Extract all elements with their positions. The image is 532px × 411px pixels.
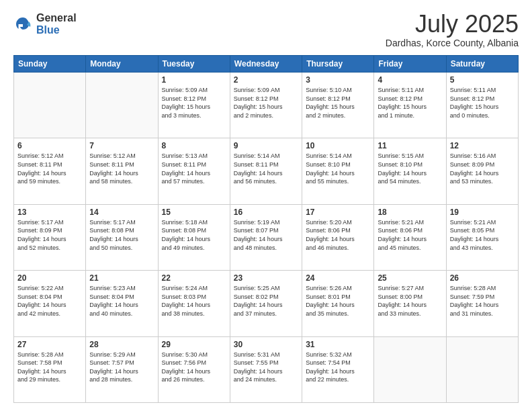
day-number: 19	[450, 208, 515, 217]
calendar-cell: 14Sunrise: 5:17 AM Sunset: 8:08 PM Dayli…	[86, 204, 158, 270]
day-info: Sunrise: 5:31 AM Sunset: 7:55 PM Dayligh…	[234, 351, 298, 384]
day-info: Sunrise: 5:20 AM Sunset: 8:06 PM Dayligh…	[306, 218, 370, 252]
header-row: Sunday Monday Tuesday Wednesday Thursday…	[14, 56, 519, 73]
title-block: July 2025 Dardhas, Korce County, Albania	[386, 12, 519, 48]
day-number: 30	[234, 340, 298, 349]
main-title: July 2025	[386, 12, 519, 36]
day-info: Sunrise: 5:12 AM Sunset: 8:11 PM Dayligh…	[89, 152, 154, 185]
day-info: Sunrise: 5:28 AM Sunset: 7:58 PM Dayligh…	[17, 351, 82, 384]
day-info: Sunrise: 5:14 AM Sunset: 8:10 PM Dayligh…	[306, 152, 370, 185]
day-info: Sunrise: 5:19 AM Sunset: 8:07 PM Dayligh…	[234, 218, 298, 252]
calendar-cell: 30Sunrise: 5:31 AM Sunset: 7:55 PM Dayli…	[230, 336, 302, 402]
day-info: Sunrise: 5:09 AM Sunset: 8:12 PM Dayligh…	[162, 86, 226, 120]
logo-icon	[13, 15, 32, 34]
calendar-cell: 13Sunrise: 5:17 AM Sunset: 8:09 PM Dayli…	[14, 204, 86, 270]
day-info: Sunrise: 5:09 AM Sunset: 8:12 PM Dayligh…	[234, 86, 298, 120]
day-number: 8	[162, 141, 226, 150]
day-number: 4	[378, 75, 442, 85]
day-info: Sunrise: 5:16 AM Sunset: 8:09 PM Dayligh…	[450, 152, 515, 185]
calendar-cell: 7Sunrise: 5:12 AM Sunset: 8:11 PM Daylig…	[86, 138, 158, 204]
calendar-cell: 6Sunrise: 5:12 AM Sunset: 8:11 PM Daylig…	[14, 138, 86, 204]
col-saturday: Saturday	[446, 56, 518, 73]
day-number: 21	[89, 273, 154, 283]
calendar-cell: 19Sunrise: 5:21 AM Sunset: 8:05 PM Dayli…	[446, 204, 518, 270]
day-number: 15	[162, 208, 226, 217]
day-number: 3	[306, 75, 370, 85]
calendar-cell	[446, 336, 518, 402]
day-number: 18	[378, 208, 442, 217]
day-number: 28	[89, 340, 154, 349]
calendar-cell: 2Sunrise: 5:09 AM Sunset: 8:12 PM Daylig…	[230, 73, 302, 138]
day-info: Sunrise: 5:17 AM Sunset: 8:08 PM Dayligh…	[89, 218, 154, 252]
calendar-cell: 20Sunrise: 5:22 AM Sunset: 8:04 PM Dayli…	[14, 271, 86, 336]
day-info: Sunrise: 5:22 AM Sunset: 8:04 PM Dayligh…	[17, 284, 82, 318]
day-info: Sunrise: 5:27 AM Sunset: 8:00 PM Dayligh…	[378, 284, 442, 318]
calendar-cell: 18Sunrise: 5:21 AM Sunset: 8:06 PM Dayli…	[374, 204, 446, 270]
day-number: 11	[378, 141, 442, 150]
day-info: Sunrise: 5:12 AM Sunset: 8:11 PM Dayligh…	[17, 152, 82, 185]
calendar-cell	[14, 73, 86, 138]
day-number: 12	[450, 141, 515, 150]
calendar-cell: 26Sunrise: 5:28 AM Sunset: 7:59 PM Dayli…	[446, 271, 518, 336]
calendar-cell: 21Sunrise: 5:23 AM Sunset: 8:04 PM Dayli…	[86, 271, 158, 336]
calendar-cell: 3Sunrise: 5:10 AM Sunset: 8:12 PM Daylig…	[302, 73, 374, 138]
day-info: Sunrise: 5:21 AM Sunset: 8:06 PM Dayligh…	[378, 218, 442, 252]
col-tuesday: Tuesday	[158, 56, 230, 73]
day-info: Sunrise: 5:28 AM Sunset: 7:59 PM Dayligh…	[450, 284, 515, 318]
day-number: 29	[162, 340, 226, 349]
day-number: 13	[17, 208, 82, 217]
col-thursday: Thursday	[302, 56, 374, 73]
calendar-cell: 22Sunrise: 5:24 AM Sunset: 8:03 PM Dayli…	[158, 271, 230, 336]
calendar-week-2: 6Sunrise: 5:12 AM Sunset: 8:11 PM Daylig…	[14, 138, 519, 204]
day-info: Sunrise: 5:24 AM Sunset: 8:03 PM Dayligh…	[162, 284, 226, 318]
day-number: 6	[17, 141, 82, 150]
day-info: Sunrise: 5:15 AM Sunset: 8:10 PM Dayligh…	[378, 152, 442, 185]
calendar-cell: 15Sunrise: 5:18 AM Sunset: 8:08 PM Dayli…	[158, 204, 230, 270]
calendar-cell: 24Sunrise: 5:26 AM Sunset: 8:01 PM Dayli…	[302, 271, 374, 336]
calendar: Sunday Monday Tuesday Wednesday Thursday…	[13, 55, 519, 403]
day-number: 24	[306, 273, 370, 283]
calendar-cell: 4Sunrise: 5:11 AM Sunset: 8:12 PM Daylig…	[374, 73, 446, 138]
calendar-cell: 23Sunrise: 5:25 AM Sunset: 8:02 PM Dayli…	[230, 271, 302, 336]
day-info: Sunrise: 5:26 AM Sunset: 8:01 PM Dayligh…	[306, 284, 370, 318]
day-info: Sunrise: 5:29 AM Sunset: 7:57 PM Dayligh…	[89, 351, 154, 384]
calendar-week-3: 13Sunrise: 5:17 AM Sunset: 8:09 PM Dayli…	[14, 204, 519, 270]
day-info: Sunrise: 5:32 AM Sunset: 7:54 PM Dayligh…	[306, 351, 370, 384]
calendar-cell: 25Sunrise: 5:27 AM Sunset: 8:00 PM Dayli…	[374, 271, 446, 336]
day-info: Sunrise: 5:25 AM Sunset: 8:02 PM Dayligh…	[234, 284, 298, 318]
page: General Blue July 2025 Dardhas, Korce Co…	[0, 0, 532, 411]
calendar-cell	[86, 73, 158, 138]
day-number: 14	[89, 208, 154, 217]
day-info: Sunrise: 5:11 AM Sunset: 8:12 PM Dayligh…	[450, 86, 515, 120]
calendar-cell: 31Sunrise: 5:32 AM Sunset: 7:54 PM Dayli…	[302, 336, 374, 402]
day-number: 1	[162, 75, 226, 85]
calendar-cell: 1Sunrise: 5:09 AM Sunset: 8:12 PM Daylig…	[158, 73, 230, 138]
calendar-week-4: 20Sunrise: 5:22 AM Sunset: 8:04 PM Dayli…	[14, 271, 519, 336]
calendar-cell: 11Sunrise: 5:15 AM Sunset: 8:10 PM Dayli…	[374, 138, 446, 204]
day-number: 26	[450, 273, 515, 283]
col-wednesday: Wednesday	[230, 56, 302, 73]
day-info: Sunrise: 5:23 AM Sunset: 8:04 PM Dayligh…	[89, 284, 154, 318]
col-friday: Friday	[374, 56, 446, 73]
day-info: Sunrise: 5:13 AM Sunset: 8:11 PM Dayligh…	[162, 152, 226, 185]
calendar-cell	[374, 336, 446, 402]
day-number: 7	[89, 141, 154, 150]
day-number: 17	[306, 208, 370, 217]
header: General Blue July 2025 Dardhas, Korce Co…	[13, 12, 519, 48]
calendar-week-5: 27Sunrise: 5:28 AM Sunset: 7:58 PM Dayli…	[14, 336, 519, 402]
calendar-cell: 29Sunrise: 5:30 AM Sunset: 7:56 PM Dayli…	[158, 336, 230, 402]
col-monday: Monday	[86, 56, 158, 73]
calendar-cell: 12Sunrise: 5:16 AM Sunset: 8:09 PM Dayli…	[446, 138, 518, 204]
calendar-cell: 8Sunrise: 5:13 AM Sunset: 8:11 PM Daylig…	[158, 138, 230, 204]
day-number: 27	[17, 340, 82, 349]
day-number: 5	[450, 75, 515, 85]
calendar-cell: 9Sunrise: 5:14 AM Sunset: 8:11 PM Daylig…	[230, 138, 302, 204]
day-number: 22	[162, 273, 226, 283]
day-number: 20	[17, 273, 82, 283]
day-number: 2	[234, 75, 298, 85]
logo-blue: Blue	[36, 24, 77, 36]
calendar-cell: 16Sunrise: 5:19 AM Sunset: 8:07 PM Dayli…	[230, 204, 302, 270]
subtitle: Dardhas, Korce County, Albania	[386, 38, 519, 48]
day-info: Sunrise: 5:21 AM Sunset: 8:05 PM Dayligh…	[450, 218, 515, 252]
day-number: 25	[378, 273, 442, 283]
